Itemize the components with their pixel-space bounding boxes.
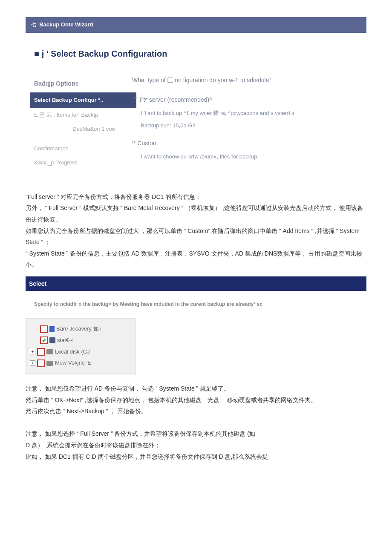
step-backup-options: Badqjp Options bbox=[34, 75, 132, 93]
expand-icon[interactable]: + bbox=[30, 360, 35, 366]
prose-line: 比如， 如果 DC1 拥有 C,D 两个磁盘分区，并且您选择将备份文件保存到 D… bbox=[26, 451, 366, 463]
prose-line: D 盘） ,系统会提示您在备份时将该磁盘排除在外； bbox=[26, 440, 366, 451]
prose-line: 另外， “ Full Server ” 模式默认支持 “ Bare Metal … bbox=[26, 202, 366, 225]
tree-item-system-state[interactable]: ✔ stat€~l bbox=[30, 335, 132, 346]
select-instruction: Specify to nckidfr n the backig> by Meet… bbox=[26, 291, 366, 313]
step-list: Badqjp Options Select Backup Conﬁqur *..… bbox=[34, 75, 132, 170]
prose-line: 注意， 如果您选择 “ Full Server ” 备份方式，并希望将该备份保存… bbox=[26, 428, 366, 440]
wizard-question: What type of 匚 on figuration do you w-1 … bbox=[132, 75, 358, 86]
tree-item-local-disk-c[interactable]: + Local disk (CJ bbox=[30, 347, 132, 357]
step-items-for-backup: E 已 武 : Items foF Backtp bbox=[34, 108, 132, 122]
prose-line: “ System State ” 备份的信息，主要包括 AD 数据库，注册表，S… bbox=[26, 248, 366, 270]
prose-block-1: “Full server ” 对应完全备份方式，将备份服务器 DC1 的所有信息… bbox=[26, 191, 366, 270]
wizard-content: What type of 匚 on figuration do you w-1 … bbox=[132, 75, 358, 170]
checkbox-checked-icon[interactable]: ✔ bbox=[40, 336, 48, 344]
step-confirmation: Confinmatoon bbox=[34, 142, 132, 156]
checkbox-unchecked-icon[interactable] bbox=[37, 348, 45, 356]
full-server-desc-1: I 'i ant to bsck up ^1 my wrier 聲 ta, ^p… bbox=[141, 108, 358, 119]
wizard-titlebar: 七 ­ Backup Onte Wizard bbox=[26, 17, 366, 33]
radio-custom[interactable]: ⁱ* Custon bbox=[132, 138, 358, 149]
wizard-body: ■ j ' Select Backup Configuration Badqjp… bbox=[26, 33, 366, 187]
prose-block-2: 注意， 如果您仅希望进行 AD 备份与复制， 勾选 “ System State… bbox=[26, 383, 366, 462]
step-destination: DesMa&on 1 yoe bbox=[34, 122, 132, 136]
tree-item-label: Mew Vokjne 'E bbox=[55, 358, 91, 368]
gear-icon bbox=[49, 337, 55, 343]
step-backup-progress: &3cki_p Progress bbox=[34, 156, 132, 170]
items-tree: Bare Jecavery 如 i ✔ stat€~l + Local disk… bbox=[26, 318, 136, 374]
shield-icon bbox=[49, 326, 55, 332]
spacer bbox=[30, 329, 38, 329]
tree-item-new-volume-e[interactable]: + Mew Vokjne 'E bbox=[30, 358, 132, 368]
disk-icon bbox=[46, 349, 53, 354]
spacer bbox=[30, 340, 38, 341]
prose-line: 如果您认为完全备份所占据的磁盘空间过大 ，那么可以单击 “ Custom”,在随… bbox=[26, 225, 366, 248]
custom-desc: I want to choow cu-srtw /oium«, ffles fo… bbox=[141, 152, 358, 162]
prose-line: 注意， 如果您仅希望进行 AD 备份与复制， 勾选 “ System State… bbox=[26, 383, 366, 394]
checkbox-unchecked-icon[interactable] bbox=[40, 325, 48, 333]
tree-item-label: Local disk (CJ bbox=[55, 347, 90, 357]
expand-icon[interactable]: + bbox=[30, 349, 35, 354]
full-server-desc-2: Backup sue: 15,0a G3 bbox=[141, 121, 358, 131]
prose-line: “Full server ” 对应完全备份方式，将备份服务器 DC1 的所有信息… bbox=[26, 191, 366, 203]
section-header-select: Select bbox=[26, 276, 366, 291]
tree-item-label: Bare Jecavery 如 i bbox=[56, 324, 101, 334]
disk-icon bbox=[46, 361, 53, 366]
tree-item-bare-recovery[interactable]: Bare Jecavery 如 i bbox=[30, 324, 132, 334]
prose-line: 然后单击 “ OK->Next” ,选择备份保存的地点， 包括本机的其他磁盘、光… bbox=[26, 394, 366, 406]
tree-item-label: stat€~l bbox=[57, 335, 74, 346]
page-title: ■ j ' Select Backup Configuration bbox=[34, 46, 358, 62]
prose-line: 然后依次点击 “ Next->Backup ” ， 开始备份。 bbox=[26, 405, 366, 417]
radio-full-server[interactable]: 广 Ft* server (recommended)^ bbox=[132, 94, 358, 106]
wizard-window: 七 ­ Backup Onte Wizard ■ j ' Select Back… bbox=[26, 17, 366, 187]
step-select-backup-config[interactable]: Select Backup Conﬁqur *.. bbox=[30, 92, 136, 108]
checkbox-unchecked-icon[interactable] bbox=[37, 359, 45, 367]
